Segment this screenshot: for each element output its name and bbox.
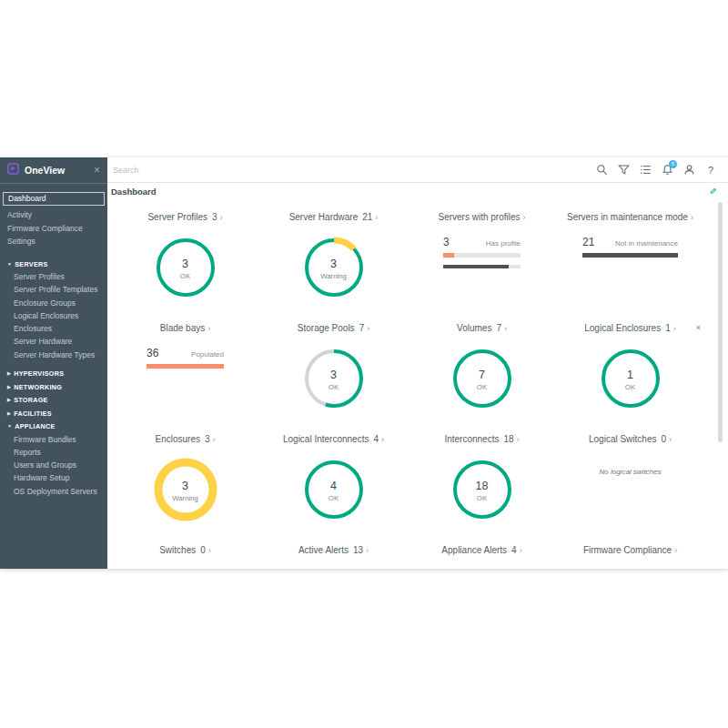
donut-chart: 18OK [450, 458, 514, 521]
tile-link-logical-interconnects[interactable]: Logical Interconnects4› [283, 433, 384, 446]
chevron-right-icon: › [213, 435, 216, 444]
tile-link-servers-with-profiles[interactable]: Servers with profiles› [438, 211, 525, 224]
donut-status: OK [450, 494, 514, 502]
topbar-icons: 5 ? [595, 164, 717, 177]
help-icon[interactable]: ? [704, 164, 717, 177]
tile-count: 7 [359, 323, 365, 333]
page-title: Dashboard [111, 187, 157, 197]
sidebar-section-header-servers[interactable]: ▼SERVERS [0, 258, 107, 271]
dashboard-grid: Server Profiles3›3OKServer Hardware21›3W… [111, 207, 704, 569]
tile-link-servers-in-maintenance-mode[interactable]: Servers in maintenance mode› [567, 211, 693, 224]
donut-status: Warning [154, 494, 217, 502]
donut-chart: 7OK [450, 347, 514, 410]
tile-interconnects: Interconnects18›18OK [408, 430, 556, 541]
sidebar-section-facilities: ▶FACILITIES [0, 407, 107, 420]
tile-logical-enclosures: Logical Enclosures1›×1OK [556, 318, 704, 430]
tile-link-server-profiles[interactable]: Server Profiles3› [147, 211, 222, 224]
tile-blade-bays: Blade bays›36Populated [111, 318, 259, 430]
sidebar-section-header-networking[interactable]: ▶NETWORKING [0, 380, 107, 394]
sidebar-section-header-hypervisors[interactable]: ▶HYPERVISORS [0, 367, 107, 380]
user-icon[interactable] [682, 164, 695, 177]
sidebar-item-server-hardware-types[interactable]: Server Hardware Types [0, 349, 107, 361]
sidebar-item-reports[interactable]: Reports [0, 446, 107, 459]
sidebar-item-activity[interactable]: Activity [0, 208, 107, 222]
sidebar-section-header-storage[interactable]: ▶STORAGE [0, 393, 107, 407]
chevron-right-icon: › [669, 435, 672, 444]
donut-value: 1 [599, 369, 662, 381]
chevron-right-icon: › [220, 213, 223, 222]
edit-dashboard-icon[interactable]: ✎ [709, 187, 716, 197]
sidebar-section-header-appliance[interactable]: ▼APPLIANCE [0, 420, 107, 433]
chevron-right-icon: › [208, 546, 211, 555]
tile-link-switches[interactable]: Switches0› [159, 544, 211, 557]
search-input[interactable] [113, 166, 595, 175]
tile-count: 13 [353, 545, 363, 555]
sidebar-item-server-profiles[interactable]: Server Profiles [0, 270, 107, 283]
tile-link-blade-bays[interactable]: Blade bays› [160, 322, 210, 335]
sidebar-item-dashboard[interactable]: Dashboard [3, 192, 105, 206]
sidebar: OneView × DashboardActivityFirmware Comp… [0, 157, 107, 569]
tile-link-firmware-compliance[interactable]: Firmware Compliance› [583, 544, 677, 557]
chevron-right-icon: › [381, 435, 384, 444]
sidebar-section-hypervisors: ▶HYPERVISORS [0, 367, 107, 380]
donut-chart: 3Warning [154, 458, 217, 521]
stat-label: Not in maintenance [615, 239, 678, 248]
filter-icon[interactable] [617, 164, 630, 177]
sidebar-item-hardware-setup[interactable]: Hardware Setup [0, 471, 107, 484]
sidebar-item-firmware-bundles[interactable]: Firmware Bundles [0, 433, 107, 446]
stat-row: 21Not in maintenance [582, 236, 678, 248]
donut-chart: 3OK [154, 236, 217, 299]
sidebar-item-server-profile-templates[interactable]: Server Profile Templates [0, 283, 107, 296]
tile-link-interconnects[interactable]: Interconnects18› [444, 433, 519, 446]
donut-chart: 3Warning [302, 236, 366, 299]
close-icon[interactable]: × [696, 324, 701, 332]
sidebar-item-logical-enclosures[interactable]: Logical Enclosures [0, 309, 107, 322]
tile-link-active-alerts[interactable]: Active Alerts13› [298, 544, 369, 557]
activity-list-icon[interactable] [639, 164, 652, 177]
tile-active-alerts: Active Alerts13› [259, 541, 408, 569]
sidebar-item-settings[interactable]: Settings [0, 235, 107, 248]
notifications-bell-icon[interactable]: 5 [661, 164, 673, 177]
donut-value: 7 [450, 369, 514, 381]
tile-count: 7 [496, 323, 501, 333]
sidebar-section-appliance: ▼APPLIANCEFirmware BundlesReportsUsers a… [0, 420, 107, 498]
tile-count: 0 [200, 545, 206, 555]
chevron-right-icon: › [673, 324, 676, 333]
sidebar-item-os-deployment-servers[interactable]: OS Deployment Servers [0, 485, 107, 498]
empty-message: No logical switches [599, 468, 661, 476]
sidebar-section-header-facilities[interactable]: ▶FACILITIES [0, 407, 107, 420]
donut-status: OK [450, 383, 514, 391]
sidebar-item-firmware-compliance[interactable]: Firmware Compliance [0, 222, 107, 236]
tile-link-appliance-alerts[interactable]: Appliance Alerts4› [441, 544, 521, 557]
tile-title: Logical Interconnects [283, 434, 369, 444]
stat-block: 36Populated [147, 347, 224, 376]
donut-chart: 3OK [302, 347, 366, 410]
chevron-right-icon: › [520, 546, 522, 555]
tile-link-logical-enclosures[interactable]: Logical Enclosures1› [584, 322, 676, 335]
tile-link-volumes[interactable]: Volumes7› [457, 322, 507, 335]
sidebar-item-users-and-groups[interactable]: Users and Groups [0, 459, 107, 471]
sidebar-item-enclosures[interactable]: Enclosures [0, 322, 107, 335]
tile-count: 3 [205, 434, 210, 444]
sidebar-header: OneView × [0, 157, 107, 184]
vertical-scrollbar[interactable] [718, 202, 723, 442]
tile-title: Appliance Alerts [441, 545, 507, 555]
stat-value: 3 [443, 236, 450, 248]
tile-link-logical-switches[interactable]: Logical Switches0› [589, 433, 672, 446]
stat-row: 36Populated [147, 347, 224, 359]
sidebar-item-server-hardware[interactable]: Server Hardware [0, 335, 107, 348]
tile-storage-pools: Storage Pools7›3OK [259, 318, 408, 430]
tile-link-storage-pools[interactable]: Storage Pools7› [298, 322, 369, 335]
tile-link-server-hardware[interactable]: Server Hardware21› [289, 211, 379, 224]
donut-chart: 4OK [302, 458, 366, 521]
tile-title: Firmware Compliance [583, 545, 672, 555]
search-icon[interactable] [595, 164, 608, 177]
tile-link-enclosures[interactable]: Enclosures3› [155, 433, 215, 446]
chevron-right-icon: › [517, 435, 520, 444]
tile-count: 1 [665, 323, 671, 333]
sidebar-close-icon[interactable]: × [94, 165, 100, 176]
tile-enclosures: Enclosures3›3Warning [111, 430, 259, 541]
tile-servers-with-profiles: Servers with profiles›3Has profile [408, 207, 556, 318]
stat-bar-fill [443, 265, 509, 269]
sidebar-item-enclosure-groups[interactable]: Enclosure Groups [0, 297, 107, 309]
